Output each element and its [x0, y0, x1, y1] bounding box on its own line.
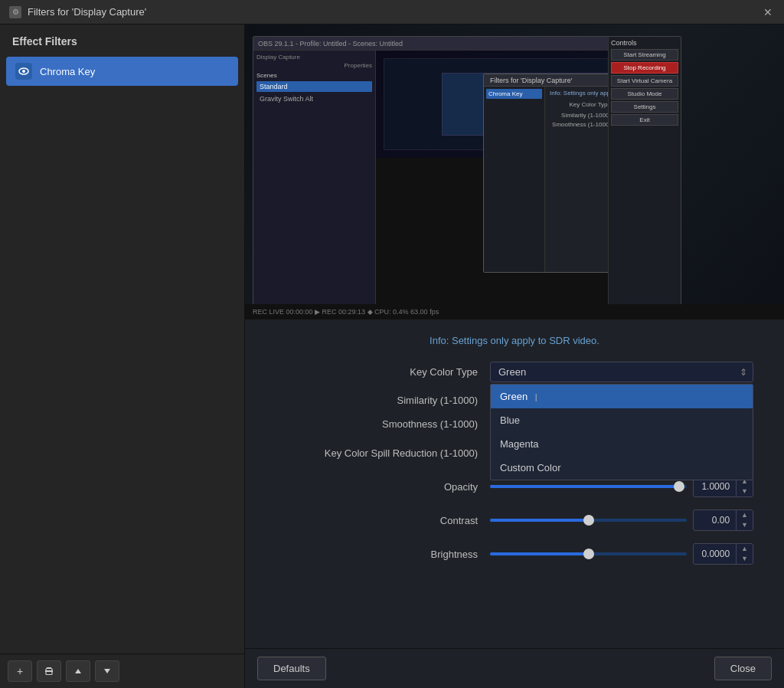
contrast-arrows: ▲ ▼ — [736, 510, 753, 530]
option-custom-label: Custom Color — [500, 462, 560, 473]
opacity-down-arrow[interactable]: ▼ — [737, 487, 753, 496]
brightness-up-arrow[interactable]: ▲ — [737, 544, 753, 554]
left-panel: Effect Filters Chroma Key + — [0, 25, 245, 688]
move-filter-down-button[interactable] — [95, 660, 119, 682]
dropdown-option-custom[interactable]: Custom Color — [491, 456, 753, 480]
obs-status-text: REC LIVE 00:00:00 ▶ REC 00:29:13 ◆ CPU: … — [253, 308, 439, 316]
controls-panel: Controls Start Streaming Stop Recording … — [608, 37, 681, 311]
contrast-value-box: 0.00 ▲ ▼ — [693, 509, 753, 531]
ctrl-exit[interactable]: Exit — [611, 114, 678, 126]
close-dialog-button[interactable]: Close — [714, 657, 772, 680]
brightness-value: 0.0000 — [694, 545, 736, 562]
settings-area: Info: Settings only apply to SDR video. … — [245, 319, 784, 648]
contrast-down-arrow[interactable]: ▼ — [737, 520, 753, 530]
screenshot-mockup: OBS 29.1.1 - Profile: Untitled - Scenes:… — [245, 25, 784, 319]
contrast-slider-track[interactable] — [490, 519, 687, 522]
dropdown-option-blue[interactable]: Blue — [491, 408, 753, 432]
contrast-slider-container: 0.00 ▲ ▼ — [490, 509, 753, 531]
scene-gravity: Gravity Switch Alt — [256, 93, 372, 104]
right-panel: OBS 29.1.1 - Profile: Untitled - Scenes:… — [245, 25, 784, 688]
eye-icon[interactable] — [15, 63, 32, 80]
contrast-slider-fill — [490, 519, 589, 522]
brightness-label: Brightness — [276, 549, 490, 560]
contrast-value: 0.00 — [694, 512, 736, 529]
add-filter-button[interactable]: + — [8, 660, 32, 682]
inner-chroma-item: Chroma Key — [486, 89, 542, 99]
brightness-arrows: ▲ ▼ — [736, 544, 753, 564]
scenes-title: Scenes — [256, 72, 372, 79]
brightness-slider-fill — [490, 552, 589, 555]
ctrl-start-virtual[interactable]: Start Virtual Camera — [611, 75, 678, 87]
brightness-slider-container: 0.0000 ▲ ▼ — [490, 543, 753, 565]
contrast-slider-thumb[interactable] — [583, 515, 594, 526]
controls-title: Controls — [611, 39, 678, 47]
spill-reduction-label: Key Color Spill Reduction (1-1000) — [276, 447, 490, 459]
key-color-dropdown-wrapper: Green Blue Magenta Custom Color ⇕ Green … — [490, 362, 753, 382]
filter-action-buttons: + — [0, 654, 244, 688]
opacity-value: 1.0000 — [694, 478, 736, 495]
ctrl-settings[interactable]: Settings — [611, 101, 678, 113]
key-color-type-row: Key Color Type Green Blue Magenta Custom… — [276, 362, 753, 382]
opacity-label: Opacity — [276, 481, 490, 493]
preview-area: OBS 29.1.1 - Profile: Untitled - Scenes:… — [245, 25, 784, 319]
display-capture-label: Display Capture — [256, 54, 372, 61]
contrast-control: 0.00 ▲ ▼ — [490, 509, 753, 531]
close-button[interactable]: ✕ — [761, 5, 775, 19]
cursor-after-green: | — [535, 392, 537, 401]
inner-smooth-label: Smoothness (1-1000) — [550, 121, 611, 128]
obs-body: Display Capture Properties Scenes Standa… — [253, 51, 681, 311]
brightness-value-box: 0.0000 ▲ ▼ — [693, 543, 753, 565]
obs-title-text: OBS 29.1.1 - Profile: Untitled - Scenes:… — [258, 40, 403, 48]
title-bar: ⚙ Filters for 'Display Capture' ✕ — [0, 0, 784, 25]
inner-key-label: Key Color Type — [550, 101, 611, 108]
info-text: Info: Settings only apply to SDR video. — [276, 335, 753, 346]
defaults-button[interactable]: Defaults — [257, 657, 326, 680]
dropdown-option-green[interactable]: Green | — [491, 385, 753, 408]
key-color-type-label: Key Color Type — [276, 366, 490, 378]
opacity-slider-thumb[interactable] — [674, 481, 684, 492]
smoothness-label: Smoothness (1-1000) — [276, 418, 490, 430]
inner-filter-left: Chroma Key — [484, 87, 545, 272]
properties-label: Properties — [256, 62, 372, 69]
opacity-slider-track[interactable] — [490, 485, 687, 488]
dropdown-option-magenta[interactable]: Magenta — [491, 432, 753, 456]
contrast-label: Contrast — [276, 515, 490, 526]
brightness-slider-thumb[interactable] — [583, 549, 594, 559]
inner-sim-label: Similarity (1-1000) — [550, 112, 611, 119]
filter-chroma-key-label: Chroma Key — [40, 66, 95, 77]
main-layout: Effect Filters Chroma Key + — [0, 25, 784, 688]
brightness-down-arrow[interactable]: ▼ — [737, 554, 753, 564]
option-green-label: Green — [500, 391, 528, 402]
key-color-type-control: Green Blue Magenta Custom Color ⇕ Green … — [490, 362, 753, 382]
window-icon: ⚙ — [9, 6, 21, 18]
opacity-slider-fill — [490, 485, 679, 488]
obs-status-bar: REC LIVE 00:00:00 ▶ REC 00:29:13 ◆ CPU: … — [245, 304, 784, 319]
move-filter-up-button[interactable] — [66, 660, 90, 682]
brightness-row: Brightness 0.0000 ▲ ▼ — [276, 543, 753, 565]
obs-window-mockup: OBS 29.1.1 - Profile: Untitled - Scenes:… — [253, 36, 681, 312]
ctrl-start-streaming[interactable]: Start Streaming — [611, 49, 678, 61]
key-color-dropdown-list[interactable]: Green | Blue Magenta Custom Color — [490, 384, 753, 480]
scene-standard: Standard — [256, 81, 372, 92]
option-blue-label: Blue — [500, 414, 520, 426]
window-title: Filters for 'Display Capture' — [28, 6, 146, 18]
key-color-type-select[interactable]: Green Blue Magenta Custom Color — [490, 362, 753, 382]
filter-item-chroma-key[interactable]: Chroma Key — [6, 57, 238, 86]
remove-filter-button[interactable] — [37, 660, 61, 682]
brightness-slider-track[interactable] — [490, 552, 687, 555]
effect-filters-title: Effect Filters — [0, 25, 244, 55]
contrast-row: Contrast 0.00 ▲ ▼ — [276, 509, 753, 531]
svg-point-1 — [22, 70, 25, 73]
ctrl-studio-mode[interactable]: Studio Mode — [611, 88, 678, 100]
option-magenta-label: Magenta — [500, 438, 539, 450]
brightness-control: 0.0000 ▲ ▼ — [490, 543, 753, 565]
contrast-up-arrow[interactable]: ▲ — [737, 510, 753, 520]
bottom-bar: Defaults Close — [245, 648, 784, 688]
similarity-label: Similarity (1-1000) — [276, 395, 490, 406]
ctrl-stop-recording[interactable]: Stop Recording — [611, 62, 678, 74]
obs-left-panel: Display Capture Properties Scenes Standa… — [253, 51, 376, 311]
